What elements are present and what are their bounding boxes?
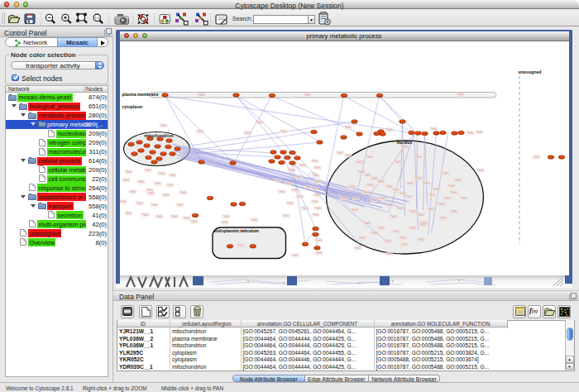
svg-text:Ybr00: Ybr00 — [125, 170, 132, 174]
svg-text:Ybr00: Ybr00 — [251, 218, 257, 222]
svg-text:Ybr00: Ybr00 — [315, 251, 322, 255]
svg-text:Ybr00: Ybr00 — [344, 126, 351, 129]
svg-text:Ybr00: Ybr00 — [476, 131, 482, 134]
svg-text:Ybr00: Ybr00 — [154, 182, 160, 185]
svg-text:Ybr00: Ybr00 — [244, 131, 251, 135]
svg-text:Ybr00: Ybr00 — [196, 130, 203, 133]
svg-text:Ybr00: Ybr00 — [417, 238, 423, 241]
svg-text:Ybr00: Ybr00 — [190, 220, 197, 223]
svg-text:Ybr00: Ybr00 — [423, 182, 429, 185]
svg-text:Ybr00: Ybr00 — [364, 174, 371, 177]
svg-text:Ybr00: Ybr00 — [151, 203, 157, 207]
svg-text:Ybr00: Ybr00 — [409, 210, 415, 213]
svg-text:Ybr00: Ybr00 — [417, 213, 423, 217]
svg-text:Ybr00: Ybr00 — [146, 189, 152, 192]
svg-text:Ybr00: Ybr00 — [460, 197, 467, 200]
svg-text:Ybr00: Ybr00 — [385, 185, 392, 189]
svg-text:Ybr00: Ybr00 — [467, 131, 473, 135]
svg-text:Ybr00: Ybr00 — [358, 237, 365, 240]
svg-text:Ybr00: Ybr00 — [443, 197, 450, 200]
svg-text:Ybr00: Ybr00 — [304, 185, 311, 189]
svg-text:Ybr00: Ybr00 — [147, 192, 154, 195]
svg-text:Ybr00: Ybr00 — [357, 170, 364, 174]
svg-text:nucleus: nucleus — [396, 140, 412, 145]
svg-text:Ybr00: Ybr00 — [311, 187, 318, 190]
svg-text:Ybr00: Ybr00 — [438, 203, 444, 206]
svg-text:Ybr00: Ybr00 — [286, 202, 293, 205]
svg-text:Ybr00: Ybr00 — [125, 212, 132, 215]
svg-text:Ybr00: Ybr00 — [533, 155, 539, 159]
svg-text:Ybr00: Ybr00 — [379, 197, 385, 200]
svg-text:Ybr00: Ybr00 — [371, 232, 377, 235]
svg-text:Ybr00: Ybr00 — [399, 237, 405, 240]
svg-text:Ybr00: Ybr00 — [340, 197, 347, 200]
svg-text:Ybr00: Ybr00 — [311, 200, 318, 203]
svg-text:Ybr00: Ybr00 — [304, 93, 310, 97]
svg-text:Ybr00: Ybr00 — [170, 215, 177, 218]
svg-text:Ybr00: Ybr00 — [314, 207, 321, 210]
svg-text:Ybr00: Ybr00 — [299, 164, 305, 167]
svg-text:Ybr00: Ybr00 — [366, 184, 373, 187]
svg-text:Ybr00: Ybr00 — [352, 197, 359, 200]
svg-text:Ybr00: Ybr00 — [120, 200, 127, 203]
svg-text:Ybr00: Ybr00 — [183, 217, 189, 220]
svg-text:Ybr00: Ybr00 — [291, 254, 298, 257]
svg-text:Ybr00: Ybr00 — [198, 93, 204, 97]
svg-text:Ybr00: Ybr00 — [405, 195, 412, 198]
svg-text:Ybr00: Ybr00 — [406, 182, 413, 185]
svg-text:plasma membrane: plasma membrane — [122, 92, 158, 97]
svg-text:Ybr00: Ybr00 — [291, 189, 298, 192]
svg-text:Ybr00: Ybr00 — [447, 184, 454, 188]
svg-text:Ybr00: Ybr00 — [419, 223, 425, 227]
svg-text:Ybr00: Ybr00 — [315, 239, 322, 242]
svg-text:endoplasmic reticulum: endoplasmic reticulum — [213, 228, 259, 233]
svg-text:Ybr00: Ybr00 — [399, 192, 405, 195]
svg-text:Ybr00: Ybr00 — [256, 121, 262, 124]
svg-text:Ybr00: Ybr00 — [414, 177, 421, 180]
svg-text:Ybr00: Ybr00 — [144, 169, 151, 172]
svg-text:Ybr00: Ybr00 — [392, 230, 399, 233]
svg-text:Ybr00: Ybr00 — [385, 128, 392, 131]
svg-text:Ybr00: Ybr00 — [390, 215, 396, 218]
svg-text:Ybr00: Ybr00 — [313, 166, 320, 170]
svg-text:Ybr00: Ybr00 — [362, 191, 369, 194]
svg-text:Ybr00: Ybr00 — [129, 190, 136, 194]
svg-text:Ybr00: Ybr00 — [428, 194, 435, 197]
svg-text:Ybr00: Ybr00 — [141, 213, 148, 217]
svg-text:Ybr00: Ybr00 — [377, 227, 384, 230]
svg-text:unassigned: unassigned — [518, 69, 541, 74]
svg-text:Ybr00: Ybr00 — [351, 208, 357, 212]
svg-text:Ybr00: Ybr00 — [313, 194, 320, 197]
svg-text:Ybr00: Ybr00 — [450, 210, 457, 213]
svg-text:Ybr00: Ybr00 — [385, 203, 392, 207]
svg-text:Ybr00: Ybr00 — [158, 172, 165, 175]
svg-text:Ybr00: Ybr00 — [176, 203, 183, 207]
svg-text:Ybr00: Ybr00 — [394, 160, 400, 164]
svg-text:Ybr00: Ybr00 — [384, 240, 390, 243]
svg-text:Ybr00: Ybr00 — [377, 180, 384, 184]
svg-text:Ybr00: Ybr00 — [476, 169, 483, 172]
svg-text:Ybr00: Ybr00 — [285, 182, 291, 185]
svg-text:Ybr00: Ybr00 — [160, 124, 166, 127]
svg-text:Ybr00: Ybr00 — [363, 222, 370, 225]
svg-text:Ybr00: Ybr00 — [311, 160, 318, 163]
svg-text:Ybr00: Ybr00 — [385, 252, 392, 256]
svg-text:Ybr00: Ybr00 — [137, 180, 144, 184]
svg-text:Ybr00: Ybr00 — [454, 179, 461, 182]
svg-text:cytoplasm: cytoplasm — [122, 104, 142, 109]
svg-text:Ybr00: Ybr00 — [288, 169, 294, 172]
svg-text:Ybr00: Ybr00 — [450, 191, 457, 194]
svg-text:Ybr00: Ybr00 — [354, 246, 361, 250]
svg-text:Ybr00: Ybr00 — [223, 215, 229, 218]
svg-text:Ybr00: Ybr00 — [169, 174, 175, 177]
svg-text:Ybr00: Ybr00 — [400, 243, 407, 246]
svg-text:1:1: 1:1 — [94, 16, 99, 20]
svg-text:Ybr00: Ybr00 — [442, 172, 448, 175]
svg-text:Ybr00: Ybr00 — [301, 207, 308, 210]
svg-text:Ybr00: Ybr00 — [366, 155, 372, 159]
svg-text:Ybr00: Ybr00 — [221, 221, 227, 224]
svg-text:Ybr00: Ybr00 — [162, 194, 169, 197]
svg-text:Ybr00: Ybr00 — [156, 215, 162, 218]
svg-text:Ybr00: Ybr00 — [278, 190, 285, 194]
svg-text:Ybr00: Ybr00 — [136, 202, 142, 205]
